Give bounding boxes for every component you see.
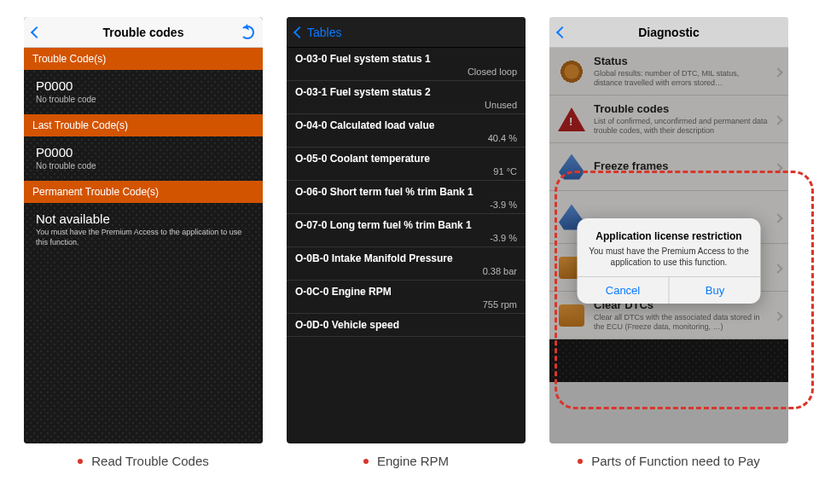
navbar: Tables	[287, 17, 526, 48]
navbar: Trouble codes	[24, 17, 263, 48]
pid-row[interactable]: O-0D-0 Vehicle speed	[287, 314, 526, 337]
nav-title: Trouble codes	[53, 26, 234, 39]
code-desc: No trouble code	[36, 161, 251, 171]
bullet-icon	[78, 459, 83, 464]
caption-1: Read Trouble Codes	[24, 454, 263, 468]
alert-buy-button[interactable]: Buy	[669, 277, 761, 304]
back-button[interactable]: Tables	[295, 25, 341, 39]
code-desc: No trouble code	[36, 95, 251, 104]
chevron-left-icon	[32, 25, 41, 39]
pid-row[interactable]: O-03-1 Fuel system status 2Unused	[287, 81, 526, 114]
diagnostic-content: Status Global results: number of DTC, MI…	[549, 48, 788, 443]
pid-row[interactable]: O-04-0 Calculated load value40.4 %	[287, 114, 526, 148]
code-row[interactable]: Not available You must have the Premium …	[24, 203, 263, 258]
code-row[interactable]: P0000 No trouble code	[24, 70, 263, 114]
pid-row[interactable]: O-06-0 Short term fuel % trim Bank 1-3.9…	[287, 181, 526, 214]
section-header: Trouble Code(s)	[24, 48, 263, 70]
pid-row[interactable]: O-0B-0 Intake Manifold Pressure0.38 bar	[287, 247, 526, 281]
phone-diagnostic: Diagnostic Status Global results: number…	[549, 17, 788, 443]
pid-list[interactable]: O-03-0 Fuel system status 1Closed loop O…	[287, 48, 526, 443]
alert-cancel-button[interactable]: Cancel	[578, 277, 669, 304]
back-button[interactable]	[558, 25, 578, 39]
pid-row[interactable]: O-05-0 Coolant temperature91 °C	[287, 148, 526, 181]
pid-row[interactable]: O-03-0 Fuel system status 1Closed loop	[287, 48, 526, 81]
license-alert: Application license restriction You must…	[578, 218, 761, 304]
code-sub: You must have the Premium Access to the …	[36, 228, 251, 247]
refresh-icon	[241, 26, 254, 39]
pid-row[interactable]: O-07-0 Long term fuel % trim Bank 1-3.9 …	[287, 214, 526, 247]
navbar: Diagnostic	[549, 17, 788, 48]
section-header: Last Trouble Code(s)	[24, 114, 263, 136]
caption-2: Engine RPM	[287, 454, 526, 468]
alert-title: Application license restriction	[588, 230, 751, 242]
phone-tables: Tables O-03-0 Fuel system status 1Closed…	[287, 17, 526, 443]
caption-3: Parts of Function need to Pay	[549, 454, 788, 468]
bullet-icon	[578, 459, 583, 464]
back-label: Tables	[307, 26, 341, 39]
section-header: Permanent Trouble Code(s)	[24, 181, 263, 203]
code-value: P0000	[36, 145, 251, 159]
pid-row[interactable]: O-0C-0 Engine RPM755 rpm	[287, 281, 526, 314]
bullet-icon	[363, 459, 369, 464]
code-value: P0000	[36, 78, 251, 93]
code-value: Not available	[36, 211, 251, 226]
back-button[interactable]	[32, 25, 53, 39]
trouble-codes-content: Trouble Code(s) P0000 No trouble code La…	[24, 48, 263, 443]
chevron-left-icon	[558, 25, 566, 39]
code-row[interactable]: P0000 No trouble code	[24, 136, 263, 181]
nav-title: Diagnostic	[578, 26, 759, 39]
chevron-left-icon	[295, 25, 304, 39]
refresh-button[interactable]	[234, 26, 254, 39]
phone-trouble-codes: Trouble codes Trouble Code(s) P0000 No t…	[24, 17, 263, 443]
alert-message: You must have the Premium Access to the …	[588, 246, 751, 268]
